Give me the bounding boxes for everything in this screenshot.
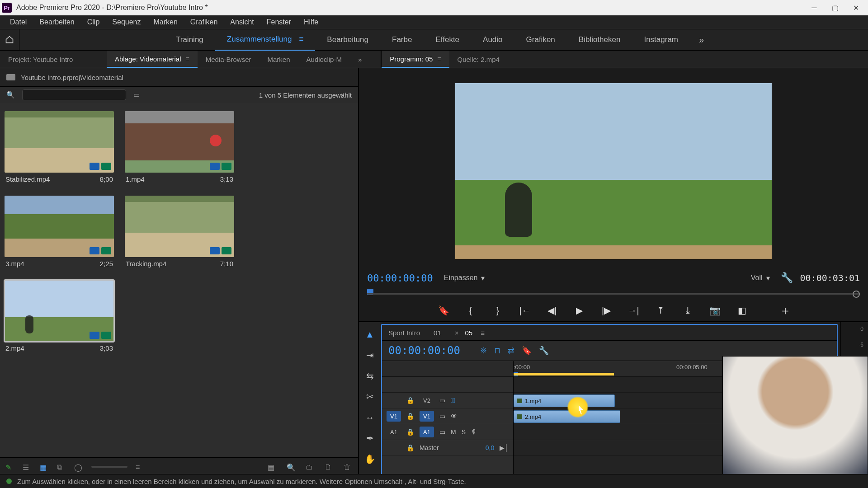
track-header-v1[interactable]: V1 🔒 V1 ▭ 👁: [382, 408, 513, 424]
freeform-view-icon[interactable]: ⧉: [57, 463, 66, 470]
clip-thumbnail[interactable]: [125, 111, 234, 173]
clip-3mp4[interactable]: 3.mp42;25: [5, 196, 114, 270]
mute-button[interactable]: M: [451, 428, 456, 436]
clip-stabilized[interactable]: Stabilized.mp48;00: [5, 111, 114, 186]
lock-icon[interactable]: 🔒: [406, 413, 414, 420]
program-fit-dropdown[interactable]: Einpassen▾: [440, 273, 489, 283]
clip-thumbnail[interactable]: [5, 196, 114, 257]
program-video[interactable]: [455, 83, 772, 260]
tab-media-browser[interactable]: Media-Browser: [198, 51, 259, 68]
lock-icon[interactable]: 🔒: [406, 428, 414, 436]
workspace-grafiken[interactable]: Grafiken: [514, 29, 567, 50]
tab-quelle[interactable]: Quelle: 2.mp4: [449, 51, 508, 68]
goto-in-button[interactable]: |←: [517, 303, 533, 318]
close-button[interactable]: ✕: [845, 0, 866, 15]
step-back-button[interactable]: ◀|: [544, 303, 560, 318]
razor-tool[interactable]: ✂: [363, 390, 377, 404]
toggle-output-icon[interactable]: ▭: [439, 397, 445, 404]
menu-sequenz[interactable]: Sequenz: [106, 16, 147, 28]
tab-overflow-left[interactable]: »: [350, 51, 370, 68]
in-out-range[interactable]: [514, 373, 614, 375]
linked-selection-icon[interactable]: ⇄: [508, 346, 514, 356]
menu-hilfe[interactable]: Hilfe: [297, 16, 325, 28]
thumbnail-size-slider[interactable]: [91, 466, 127, 468]
menu-ansicht[interactable]: Ansicht: [224, 16, 260, 28]
tab-marken[interactable]: Marken: [259, 51, 298, 68]
list-view-icon[interactable]: ☰: [23, 463, 32, 470]
new-bin-icon[interactable]: 🗀: [306, 463, 315, 470]
sort-menu-icon[interactable]: ≡ ▾: [136, 463, 145, 470]
clip-thumbnail[interactable]: [5, 111, 114, 173]
pen-tool[interactable]: ✒: [363, 432, 377, 445]
workspace-audio[interactable]: Audio: [471, 29, 514, 50]
tab-programm[interactable]: Programm: 05≡: [382, 51, 449, 68]
zoom-handle-icon[interactable]: [853, 291, 860, 298]
media-grid[interactable]: Stabilized.mp48;00 1.mp43;13 3.mp42;25: [0, 103, 358, 457]
auto-match-icon[interactable]: ▤: [268, 463, 277, 470]
minimize-button[interactable]: ─: [804, 0, 825, 15]
play-button[interactable]: ▶: [571, 303, 587, 318]
extract-button[interactable]: ⤓: [680, 303, 695, 318]
clip-tracking[interactable]: Tracking.mp47;10: [125, 196, 234, 270]
track-label[interactable]: V1: [420, 411, 434, 422]
track-header-v2[interactable]: 🔒 V2 ▭ 👁̸: [382, 393, 513, 408]
pencil-icon[interactable]: ✎: [5, 463, 14, 470]
solo-button[interactable]: S: [462, 428, 466, 436]
source-patch[interactable]: V1: [387, 411, 401, 422]
sort-icon[interactable]: ◯: [74, 463, 83, 470]
timeline-timecode[interactable]: 00:00:00:00: [388, 344, 460, 357]
sequence-tab-01[interactable]: 01: [434, 329, 441, 337]
menu-grafiken[interactable]: Grafiken: [184, 16, 224, 28]
menu-clip[interactable]: Clip: [81, 16, 106, 28]
lift-button[interactable]: ⤒: [653, 303, 668, 318]
track-label[interactable]: V2: [420, 395, 434, 406]
clip-1mp4[interactable]: 1.mp43;13: [125, 111, 234, 186]
toggle-output-icon[interactable]: ▭: [439, 413, 445, 420]
workspace-farbe[interactable]: Farbe: [380, 29, 424, 50]
sequence-tab-sport-intro[interactable]: Sport Intro: [388, 329, 420, 337]
ripple-tool[interactable]: ⇆: [363, 369, 377, 383]
workspace-training[interactable]: Training: [164, 29, 215, 50]
track-label[interactable]: A1: [420, 427, 434, 437]
eye-icon[interactable]: 👁: [451, 413, 457, 420]
tab-audioclip[interactable]: Audioclip-M: [298, 51, 350, 68]
menu-fenster[interactable]: Fenster: [260, 16, 297, 28]
snap-icon[interactable]: ※: [480, 346, 487, 356]
workspace-instagram[interactable]: Instagram: [632, 29, 690, 50]
clip-thumbnail[interactable]: [125, 196, 234, 257]
workspace-effekte[interactable]: Effekte: [424, 29, 471, 50]
clip-thumbnail[interactable]: [5, 280, 114, 342]
trash-icon[interactable]: 🗑: [344, 463, 353, 470]
toggle-output-icon[interactable]: ▭: [439, 428, 445, 436]
selection-tool[interactable]: ▲: [363, 328, 377, 341]
hand-tool[interactable]: ✋: [363, 452, 377, 466]
menu-marken[interactable]: Marken: [147, 16, 184, 28]
new-item-icon[interactable]: 🗋: [325, 463, 334, 470]
clip-2mp4[interactable]: 2.mp43;03: [5, 280, 114, 355]
mark-out-button[interactable]: }: [490, 303, 505, 318]
wrench-icon[interactable]: 🔧: [781, 272, 793, 284]
track-header-a1[interactable]: A1 🔒 A1 ▭ M S 🎙: [382, 424, 513, 440]
workspace-overflow-button[interactable]: »: [699, 35, 704, 45]
home-button[interactable]: [0, 29, 19, 50]
maximize-button[interactable]: ▢: [825, 0, 845, 15]
program-scrubber[interactable]: [359, 288, 868, 300]
mark-in-button[interactable]: {: [463, 303, 478, 318]
eye-off-icon[interactable]: 👁̸: [451, 397, 455, 404]
workspace-bearbeitung[interactable]: Bearbeitung: [315, 29, 380, 50]
program-in-timecode[interactable]: 00:00:00:00: [367, 272, 433, 284]
slip-tool[interactable]: ↔: [363, 411, 377, 424]
project-search-input[interactable]: [22, 89, 126, 100]
grid-view-icon[interactable]: ▦: [40, 463, 49, 470]
goto-end-icon[interactable]: ▶│: [500, 444, 509, 451]
step-forward-button[interactable]: |▶: [599, 303, 614, 318]
settings-icon[interactable]: 🔧: [539, 346, 549, 356]
goto-out-button[interactable]: →|: [626, 303, 641, 318]
export-frame-button[interactable]: 📷: [707, 303, 722, 318]
button-editor-button[interactable]: ＋: [779, 303, 791, 319]
menu-datei[interactable]: Datei: [4, 16, 33, 28]
timeline-clip-1mp4[interactable]: 1.mp4: [514, 394, 615, 407]
tab-projekt[interactable]: Projekt: Youtube Intro: [0, 51, 107, 68]
source-patch[interactable]: A1: [387, 427, 401, 437]
track-header-master[interactable]: 🔒 Master 0,0 ▶│: [382, 440, 513, 456]
